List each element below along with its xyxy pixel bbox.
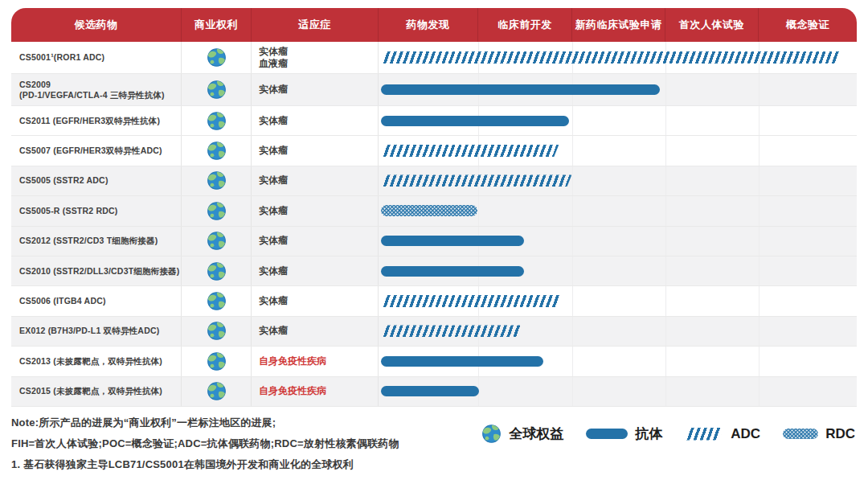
indication-text: 实体瘤 — [259, 174, 378, 187]
legend-item-antibody: 抗体 — [586, 425, 662, 443]
indication-text: 实体瘤 — [259, 205, 378, 217]
indication-text: 实体瘤 — [259, 235, 378, 247]
column-header-6: 首次人体试验 — [665, 8, 758, 42]
progress-bar-adc — [381, 51, 840, 64]
indication-cell: 实体瘤 — [251, 166, 378, 195]
indication-text: 自身免疫性疾病 — [259, 355, 378, 367]
pipeline-table: 候选药物商业权利适应症药物发现临床前开发新药临床试验申请首次人体试验概念验证 C… — [11, 8, 857, 407]
indication-cell: 实体瘤 — [251, 136, 378, 165]
dotted-bar-swatch — [783, 429, 818, 439]
drug-name: CS2009 — [19, 80, 181, 90]
stage-track — [378, 317, 857, 346]
commercial-rights-cell — [181, 317, 251, 346]
column-header-3: 药物发现 — [378, 8, 477, 42]
footnote-line: 1. 基石获得独家主导LCB71/CS5001在韩国境外开发和商业化的全球权利 — [11, 454, 399, 475]
legend-label: ADC — [731, 426, 760, 442]
solid-bar-swatch — [586, 429, 628, 439]
globe-icon — [207, 261, 227, 281]
globe-icon — [207, 381, 227, 401]
indication-cell: 实体瘤 — [251, 227, 378, 256]
indication-text: 实体瘤 — [259, 145, 378, 157]
globe-icon — [207, 141, 227, 161]
legend-item-adc: ADC — [685, 426, 760, 442]
globe-icon — [207, 231, 227, 251]
indication-text: 实体瘤 — [259, 295, 378, 307]
drug-name: CS2012 (SSTR2/CD3 T细胞衔接器) — [19, 236, 181, 246]
pipeline-row-1: CS2009 (PD-1/VEGFA/CTLA-4 三特异性抗体) 实体瘤 — [11, 74, 857, 106]
pipeline-row-4: CS5005 (SSTR2 ADC) 实体瘤 — [11, 166, 857, 196]
drug-name: CS2013 (未披露靶点，双特异性抗体) — [19, 356, 181, 367]
commercial-rights-cell — [181, 347, 251, 375]
pipeline-row-3: CS5007 (EGFR/HER3双特异性ADC) 实体瘤 — [11, 136, 857, 166]
stage-track — [378, 256, 857, 285]
pipeline-row-2: CS2011 (EGFR/HER3双特异性抗体) 实体瘤 — [11, 106, 857, 136]
progress-bar-rdc — [381, 205, 477, 216]
commercial-rights-cell — [181, 196, 251, 225]
stage-track — [378, 377, 857, 406]
pipeline-row-8: CS5006 (ITGB4 ADC) 实体瘤 — [11, 286, 857, 316]
column-header-7: 概念验证 — [758, 8, 857, 42]
indication-cell: 实体瘤 — [251, 256, 378, 285]
indication-cell: 实体瘤 — [251, 317, 378, 346]
progress-bar-antibody — [381, 386, 479, 396]
drug-name-cell: CS5005 (SSTR2 ADC) — [11, 166, 181, 195]
globe-icon — [481, 424, 502, 444]
progress-bar-antibody — [381, 356, 543, 367]
column-header-1: 商业权利 — [181, 8, 251, 42]
indication-cell: 实体瘤 — [251, 286, 378, 315]
legend-item-rdc: RDC — [783, 426, 855, 442]
drug-name: CS2011 (EGFR/HER3双特异性抗体) — [19, 116, 181, 126]
progress-bar-antibody — [381, 236, 524, 246]
column-header-4: 临床前开发 — [477, 8, 571, 42]
drug-name-cell: CS2010 (SSTR2/DLL3/CD3T细胞衔接器) — [11, 256, 181, 285]
drug-name-cell: CS5005-R (SSTR2 RDC) — [11, 196, 181, 225]
drug-name: CS5005 (SSTR2 ADC) — [19, 175, 181, 186]
pipeline-row-10: CS2013 (未披露靶点，双特异性抗体) 自身免疫性疾病 — [11, 347, 857, 376]
stage-track — [378, 286, 857, 315]
stage-track — [378, 196, 857, 225]
legend: 全球权益 抗体 ADC RDC — [481, 424, 855, 444]
table-body: CS5001¹(ROR1 ADC) 实体瘤血液瘤 CS2009 (PD-1/VE… — [11, 42, 857, 407]
legend-label: 全球权益 — [509, 425, 563, 443]
progress-bar-adc — [381, 295, 561, 307]
globe-icon — [207, 111, 227, 131]
legend-label: RDC — [825, 426, 855, 442]
column-header-5: 新药临床试验申请 — [571, 8, 665, 42]
progress-bar-antibody — [381, 266, 524, 277]
commercial-rights-cell — [181, 74, 251, 105]
drug-name: CS5005-R (SSTR2 RDC) — [19, 206, 181, 216]
footnotes: Note:所示产品的进展为“商业权利”一栏标注地区的进展; FIH=首次人体试验… — [11, 412, 399, 475]
globe-icon — [207, 291, 227, 311]
drug-name: CS2010 (SSTR2/DLL3/CD3T细胞衔接器) — [19, 266, 181, 277]
commercial-rights-cell — [181, 136, 251, 165]
pipeline-row-11: CS2015 (未披露靶点，双特异性抗体) 自身免疫性疾病 — [11, 377, 857, 407]
legend-item-global-rights: 全球权益 — [481, 424, 563, 444]
indication-cell: 实体瘤 — [251, 196, 378, 225]
stage-track — [378, 42, 857, 73]
indication-text: 自身免疫性疾病 — [259, 385, 378, 397]
commercial-rights-cell — [181, 377, 251, 406]
commercial-rights-cell — [181, 106, 251, 135]
stage-track — [378, 166, 857, 195]
drug-name-cell: CS2015 (未披露靶点，双特异性抗体) — [11, 377, 181, 406]
indication-cell: 自身免疫性疾病 — [251, 347, 378, 375]
commercial-rights-cell — [181, 256, 251, 285]
indication-cell: 实体瘤血液瘤 — [251, 42, 378, 73]
drug-name: CS5006 (ITGB4 ADC) — [19, 296, 181, 306]
legend-label: 抗体 — [635, 425, 662, 443]
stage-track — [378, 227, 857, 256]
globe-icon — [481, 424, 502, 444]
progress-bar-adc — [381, 145, 559, 157]
drug-name: EX012 (B7H3/PD-L1 双特异性ADC) — [19, 326, 181, 336]
pipeline-row-5: CS5005-R (SSTR2 RDC) 实体瘤 — [11, 196, 857, 226]
globe-icon — [207, 47, 227, 68]
commercial-rights-cell — [181, 42, 251, 73]
indication-text: 实体瘤 — [259, 115, 378, 127]
drug-name-line2: (PD-1/VEGFA/CTLA-4 三特异性抗体) — [19, 90, 181, 101]
globe-icon — [207, 321, 227, 341]
globe-icon — [207, 170, 227, 191]
pipeline-row-0: CS5001¹(ROR1 ADC) 实体瘤血液瘤 — [11, 42, 857, 74]
commercial-rights-cell — [181, 286, 251, 315]
drug-name-cell: CS2011 (EGFR/HER3双特异性抗体) — [11, 106, 181, 135]
drug-name: CS5001¹(ROR1 ADC) — [19, 52, 181, 63]
